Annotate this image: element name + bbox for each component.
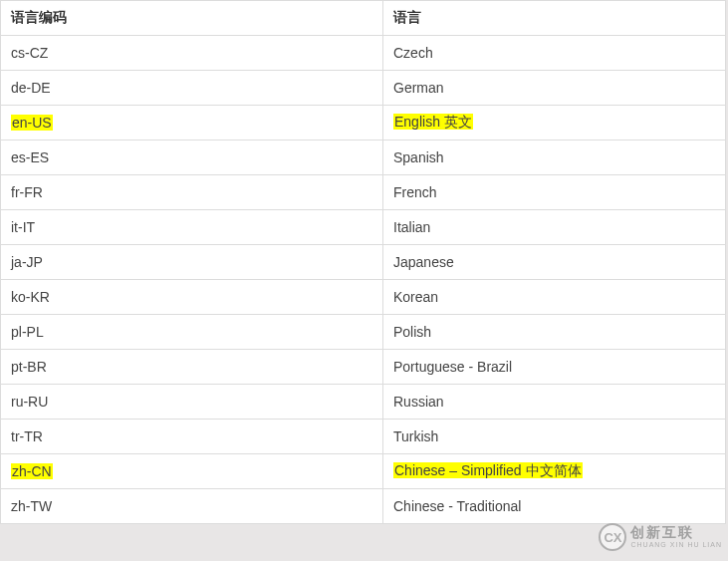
watermark-logo-icon: CX [599, 523, 626, 551]
cell-code: en-US [1, 106, 383, 140]
cell-code: tr-TR [1, 420, 383, 454]
highlight: English 英文 [393, 114, 473, 130]
cell-code: de-DE [1, 71, 383, 106]
cell-language: Russian [383, 385, 726, 420]
cell-code: ko-KR [1, 280, 383, 315]
cell-language: Italian [383, 210, 726, 245]
table-row: pl-PLPolish [1, 315, 726, 350]
table-row: en-USEnglish 英文 [1, 106, 726, 140]
cell-code: ja-JP [1, 245, 383, 280]
highlight: Chinese – Simplified 中文简体 [393, 462, 583, 478]
cell-language: Spanish [383, 140, 726, 175]
cell-language: Chinese – Simplified 中文简体 [383, 454, 726, 489]
cell-code: fr-FR [1, 175, 383, 210]
cell-language: Portuguese - Brazil [383, 350, 726, 385]
cell-language: German [383, 71, 726, 106]
cell-code: zh-TW [1, 489, 383, 524]
cell-code: pt-BR [1, 350, 383, 385]
table-row: zh-TWChinese - Traditional [1, 489, 726, 524]
cell-language: Czech [383, 36, 726, 71]
language-codes-table: 语言编码 语言 cs-CZCzechde-DEGermanen-USEnglis… [0, 0, 726, 524]
watermark-en: CHUANG XIN HU LIAN [630, 541, 722, 549]
cell-code: pl-PL [1, 315, 383, 350]
watermark-text: 创新互联 CHUANG XIN HU LIAN [630, 525, 722, 548]
table-row: ru-RURussian [1, 385, 726, 420]
cell-language: French [383, 175, 726, 210]
cell-language: Chinese - Traditional [383, 489, 726, 524]
header-language: 语言 [383, 1, 726, 36]
cell-code: cs-CZ [1, 36, 383, 71]
cell-code: es-ES [1, 140, 383, 175]
cell-code: ru-RU [1, 385, 383, 420]
table-row: de-DEGerman [1, 71, 726, 106]
table-row: it-ITItalian [1, 210, 726, 245]
table-row: fr-FRFrench [1, 175, 726, 210]
watermark-cn: 创新互联 [630, 525, 722, 540]
header-code: 语言编码 [1, 1, 383, 36]
table-row: pt-BRPortuguese - Brazil [1, 350, 726, 385]
table-row: zh-CNChinese – Simplified 中文简体 [1, 454, 726, 489]
table-row: tr-TRTurkish [1, 420, 726, 454]
highlight: zh-CN [11, 463, 53, 479]
cell-language: Turkish [383, 420, 726, 454]
table-row: ja-JPJapanese [1, 245, 726, 280]
table-row: cs-CZCzech [1, 36, 726, 71]
cell-code: it-IT [1, 210, 383, 245]
watermark: CX 创新互联 CHUANG XIN HU LIAN [599, 523, 722, 551]
cell-language: Korean [383, 280, 726, 315]
cell-code: zh-CN [1, 454, 383, 489]
table-header-row: 语言编码 语言 [1, 1, 726, 36]
cell-language: Polish [383, 315, 726, 350]
cell-language: English 英文 [383, 106, 726, 140]
cell-language: Japanese [383, 245, 726, 280]
highlight: en-US [11, 115, 53, 131]
table-row: ko-KRKorean [1, 280, 726, 315]
table-row: es-ESSpanish [1, 140, 726, 175]
